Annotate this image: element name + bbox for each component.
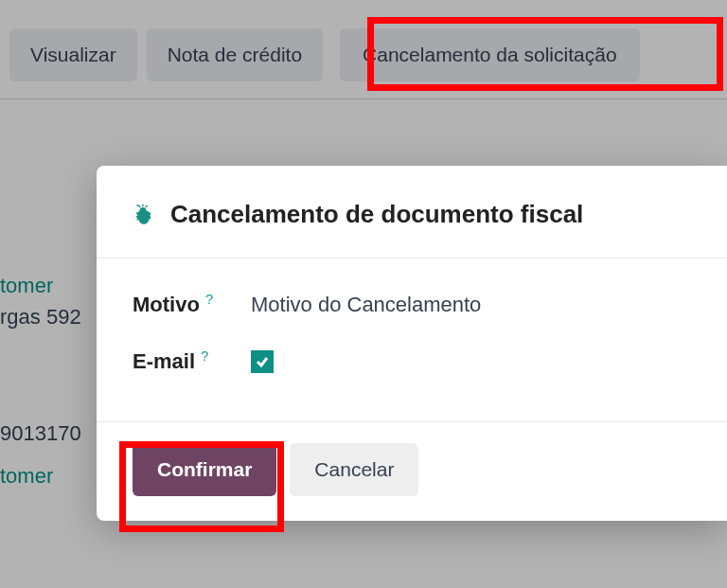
reason-label: Motivo ? <box>133 293 251 317</box>
modal-body: Motivo ? Motivo do Cancelamento E-mail ? <box>97 258 727 421</box>
svg-rect-0 <box>139 211 146 220</box>
svg-line-7 <box>138 205 140 206</box>
email-label-text: E-mail <box>133 349 195 374</box>
checkbox-checked-icon <box>251 350 274 373</box>
reason-value[interactable]: Motivo do Cancelamento <box>251 293 481 317</box>
bug-icon <box>133 205 153 225</box>
reason-label-text: Motivo <box>133 293 200 317</box>
modal-cancel-fiscal-doc: Cancelamento de documento fiscal Motivo … <box>97 166 727 521</box>
modal-header: Cancelamento de documento fiscal <box>97 166 727 258</box>
form-row-reason: Motivo ? Motivo do Cancelamento <box>133 293 691 317</box>
svg-line-8 <box>146 205 148 206</box>
help-icon[interactable]: ? <box>201 347 208 364</box>
confirm-button[interactable]: Confirmar <box>133 443 276 496</box>
form-row-email: E-mail ? <box>133 349 691 374</box>
cancel-button[interactable]: Cancelar <box>290 443 418 496</box>
email-label: E-mail ? <box>133 349 251 374</box>
modal-title: Cancelamento de documento fiscal <box>170 200 583 229</box>
modal-footer: Confirmar Cancelar <box>97 421 727 521</box>
email-checkbox[interactable] <box>251 350 274 373</box>
help-icon[interactable]: ? <box>205 291 213 307</box>
